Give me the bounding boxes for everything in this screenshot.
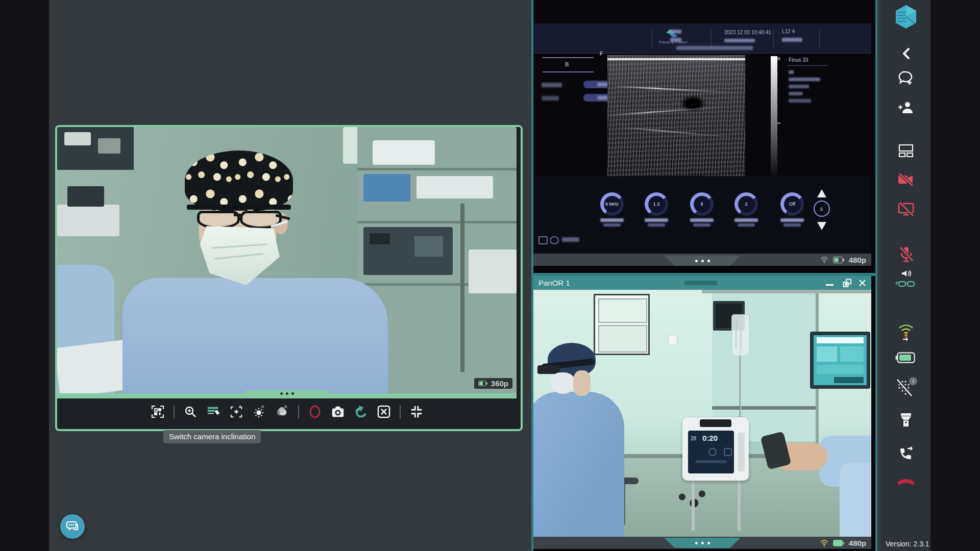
new-chat-button[interactable] [881, 70, 930, 86]
tooltip: Switch camera inclination [163, 430, 261, 443]
ultrasound-image [607, 55, 745, 176]
glasses-icon [896, 282, 914, 286]
sidebar: i Version: 2.3.1 [881, 0, 930, 551]
local-video-window: 360p A [55, 125, 523, 431]
dial-value: Off [784, 196, 801, 213]
header-cjk-text [670, 38, 681, 42]
chat-bubbles-icon [66, 520, 79, 533]
param-line [789, 78, 820, 81]
focus-marker [777, 57, 780, 60]
battery-button[interactable] [881, 352, 930, 363]
call-transfer-button[interactable] [881, 445, 930, 462]
restore-button[interactable] [843, 279, 852, 288]
svg-text:5: 5 [820, 207, 823, 212]
share-stream-button[interactable] [354, 405, 368, 419]
patterned-scrub-cap [185, 151, 293, 211]
auto-white-balance-button[interactable]: A [275, 405, 289, 419]
ceiling-edge [702, 290, 871, 293]
drag-handle[interactable] [664, 538, 741, 548]
scan-qr-button[interactable] [151, 405, 165, 419]
dial-value: 2 [738, 196, 755, 213]
autofocus-button[interactable]: A [229, 405, 243, 419]
iv-bag-fold [736, 319, 737, 348]
zoom-button[interactable] [183, 405, 198, 419]
close-button[interactable] [859, 279, 866, 287]
white-cloth [469, 249, 517, 293]
header-divider [773, 29, 774, 48]
ultrasound-control-bar: 9 MHz 1.3 8 2 [533, 176, 871, 254]
small-monitor [67, 186, 104, 207]
handle-dot [707, 260, 710, 262]
device-handle [700, 419, 731, 427]
panor-video-window: PanOR 1 [531, 274, 877, 551]
clinician-mask [551, 372, 575, 394]
flashlight-button[interactable] [881, 412, 930, 429]
window-title: PanOR 1 [538, 279, 570, 287]
screen-share-off-button[interactable] [881, 202, 930, 217]
clinician-face [573, 370, 591, 396]
mic-off-button[interactable] [881, 246, 930, 263]
auto-white-balance-letter: A [284, 404, 287, 409]
dial-sublabel [603, 223, 621, 227]
iv-bag [731, 314, 750, 356]
speaker-icon [902, 270, 911, 277]
screen-layout-button[interactable] [881, 144, 930, 157]
network-status-button[interactable] [881, 322, 930, 342]
header-subtext [782, 38, 802, 42]
record-button[interactable] [308, 405, 322, 419]
dial-sublabel [738, 223, 755, 227]
dial-focus[interactable]: 2 [734, 192, 758, 227]
dial-sublabel [648, 223, 665, 227]
mode-box-line [543, 71, 594, 72]
param-title: Finus 33 [789, 57, 808, 63]
equipment-detail [370, 233, 390, 244]
chat-button[interactable] [60, 514, 85, 539]
audio-output-glasses-button[interactable] [881, 269, 930, 291]
camera-inclination-button[interactable] [206, 405, 220, 419]
header-divider [652, 29, 652, 48]
light-switch [668, 335, 677, 345]
add-participant-button[interactable] [881, 100, 930, 114]
dial-label [645, 218, 668, 222]
handle-dot [286, 392, 288, 395]
stepper-control[interactable]: 5 [813, 185, 830, 236]
camera-toolbar: A A A [57, 398, 517, 425]
drag-handle[interactable] [243, 390, 330, 397]
dial-sublabel [783, 223, 801, 227]
dial-gain[interactable]: 1.3 [645, 192, 668, 227]
drag-handle[interactable] [664, 256, 741, 266]
dial-value: 8 [694, 196, 710, 213]
auto-brightness-button[interactable]: A [252, 405, 266, 419]
snapshot-button[interactable] [331, 405, 345, 419]
shelf-item [98, 138, 120, 154]
collapse-panel-button[interactable] [881, 47, 930, 60]
dial-depth[interactable]: 8 [690, 192, 714, 227]
handle-dot [701, 542, 704, 544]
panor-title-bar[interactable]: PanOR 1 [533, 276, 871, 290]
close-video-button[interactable] [377, 405, 391, 419]
left-panel-label [542, 83, 562, 87]
wall-display-screen [814, 335, 867, 385]
minimize-button[interactable] [826, 284, 834, 286]
shelf-item [64, 132, 91, 145]
screen-buttons [834, 377, 864, 383]
handle-dot [695, 260, 698, 262]
handle-dot [701, 260, 704, 262]
camera-off-button[interactable] [881, 172, 930, 187]
equipment-detail [414, 236, 443, 257]
pointer-grid-off-button[interactable]: i [881, 377, 930, 398]
dial-frequency[interactable]: 9 MHz [600, 192, 624, 227]
title-drag-handle[interactable] [684, 281, 717, 285]
bottom-mini-text [562, 237, 579, 242]
hang-up-button[interactable] [881, 475, 930, 486]
collapse-view-button[interactable] [409, 405, 424, 419]
iv-bag-fold [741, 318, 742, 349]
dial-sublabel [693, 223, 710, 227]
door-handle-rail [712, 406, 817, 410]
bottom-mini-icon [550, 236, 559, 244]
device-timer: 0:20 [702, 434, 718, 442]
battery-icon [833, 540, 844, 546]
glasses-right-lens [240, 211, 282, 229]
dial-harmonics[interactable]: Off [780, 192, 804, 227]
towel-stack [373, 140, 435, 165]
